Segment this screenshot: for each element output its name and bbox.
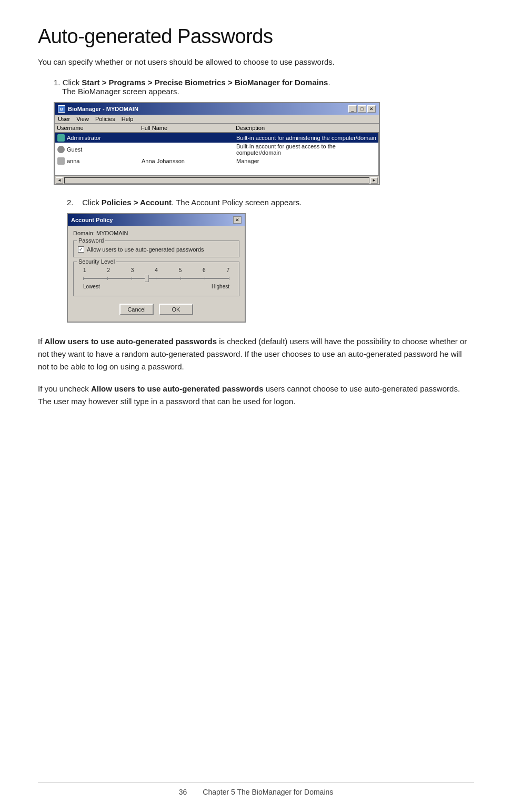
titlebar-left: B BioManager - MYDOMAIN: [58, 105, 138, 113]
slider-num-1: 1: [83, 267, 86, 273]
slider-num-5: 5: [179, 267, 182, 273]
menu-view[interactable]: View: [76, 116, 89, 122]
tick-5: [180, 277, 181, 280]
app-icon: B: [58, 105, 65, 113]
step-1-after: .: [328, 78, 330, 87]
para1-before: If: [38, 337, 45, 346]
slider-num-4: 4: [155, 267, 158, 273]
slider-num-7: 7: [226, 267, 229, 273]
scrollbar-area: ◄ ►: [55, 176, 379, 184]
menubar: User View Policies Help: [55, 115, 379, 124]
step-1-number: 1. Click: [54, 78, 82, 87]
step-2-bold: Policies > Account: [102, 198, 172, 207]
step-1-text: 1. Click Start > Programs > Precise Biom…: [54, 78, 474, 96]
desc-anna: Manager: [236, 158, 376, 164]
step-2-number: 2. Click: [67, 198, 102, 207]
scroll-left-button[interactable]: ◄: [56, 177, 63, 184]
menu-policies[interactable]: Policies: [95, 116, 115, 122]
username-guest: Guest: [67, 146, 82, 153]
window-titlebar: B BioManager - MYDOMAIN _ □ ✕: [55, 103, 379, 115]
password-group-label: Password: [77, 237, 105, 244]
window-title: BioManager - MYDOMAIN: [68, 106, 138, 112]
slider-num-2: 2: [107, 267, 110, 273]
body-para-1: If Allow users to use auto-generated pas…: [38, 335, 474, 373]
admin-icon: [57, 134, 65, 142]
dialog-titlebar: Account Policy ✕: [68, 214, 245, 226]
tick-3: [132, 277, 132, 280]
dialog-buttons: Cancel OK: [73, 300, 239, 317]
page: Auto-generated Passwords You can specify…: [0, 0, 512, 812]
body-para-2: If you uncheck Allow users to use auto-g…: [38, 383, 474, 408]
col-username: Username: [57, 125, 141, 131]
dialog-title: Account Policy: [71, 217, 113, 223]
menu-help[interactable]: Help: [122, 116, 134, 122]
horizontal-scrollbar[interactable]: [64, 177, 369, 184]
fullname-anna: Anna Johansson: [142, 158, 236, 164]
tick-6: [205, 277, 205, 280]
desc-admin: Built-in account for administering the c…: [236, 135, 376, 141]
para2-before: If you uncheck: [38, 384, 91, 393]
step-2-after: . The Account Policy screen appears.: [172, 198, 302, 207]
slider-max-label: Highest: [212, 284, 229, 289]
biomanager-window: B BioManager - MYDOMAIN _ □ ✕ User View …: [54, 102, 380, 185]
dialog-domain: Domain: MYDOMAIN: [73, 230, 239, 236]
security-level-label: Security Level: [77, 258, 116, 265]
maximize-button[interactable]: □: [358, 105, 366, 113]
footer: 36 Chapter 5 The BioManager for Domains: [38, 782, 474, 796]
slider-min-label: Lowest: [83, 284, 100, 289]
security-level-group-box: Security Level 1 2 3 4 5 6 7: [73, 262, 239, 296]
scroll-right-button[interactable]: ►: [370, 177, 378, 184]
slider-area: 1 2 3 4 5 6 7: [78, 265, 235, 292]
username-admin: Administrator: [67, 135, 101, 141]
user-cell: anna: [57, 157, 142, 165]
desc-guest: Built-in account for guest access to the…: [236, 143, 376, 156]
slider-ticks: [83, 277, 229, 280]
ok-button[interactable]: OK: [159, 304, 193, 315]
step-1: 1. Click Start > Programs > Precise Biom…: [54, 78, 474, 185]
col-fullname: Full Name: [141, 125, 236, 131]
slider-numbers: 1 2 3 4 5 6 7: [78, 267, 235, 273]
footer-page-number: 36: [179, 788, 187, 796]
step-2: 2. Click Policies > Account. The Account…: [67, 198, 474, 323]
password-group-box: Password ✓ Allow users to use auto-gener…: [73, 240, 239, 257]
table-row[interactable]: anna Anna Johansson Manager: [55, 156, 378, 166]
account-policy-dialog: Account Policy ✕ Domain: MYDOMAIN Passwo…: [67, 213, 246, 323]
para2-bold: Allow users to use auto-generated passwo…: [91, 384, 264, 393]
slider-num-6: 6: [203, 267, 206, 273]
menu-user[interactable]: User: [58, 116, 70, 122]
step-1-bold: Start > Programs > Precise Biometrics > …: [82, 78, 328, 87]
slider-num-3: 3: [131, 267, 134, 273]
username-anna: anna: [67, 158, 79, 164]
table-row-empty: [55, 166, 378, 175]
dialog-body: Domain: MYDOMAIN Password ✓ Allow users …: [68, 226, 245, 322]
step-1-subtext: The BioManager screen appears.: [62, 87, 179, 96]
checkbox-label: Allow users to use auto-generated passwo…: [87, 246, 204, 253]
col-description: Description: [236, 125, 377, 131]
tick-1: [83, 277, 84, 280]
table-row[interactable]: Guest Built-in account for guest access …: [55, 143, 378, 156]
page-title: Auto-generated Passwords: [38, 25, 474, 48]
footer-chapter-text: Chapter 5 The BioManager for Domains: [203, 788, 333, 796]
dialog-close-button[interactable]: ✕: [233, 216, 242, 224]
table-header: Username Full Name Description: [55, 124, 379, 133]
minimize-button[interactable]: _: [348, 105, 357, 113]
guest-icon: [57, 146, 65, 153]
tick-7: [229, 277, 229, 280]
slider-track[interactable]: [83, 274, 229, 283]
step-2-text: 2. Click Policies > Account. The Account…: [67, 198, 474, 207]
user-cell: Administrator: [57, 134, 142, 142]
cancel-button[interactable]: Cancel: [119, 304, 154, 315]
para1-bold: Allow users to use auto-generated passwo…: [45, 337, 217, 346]
intro-paragraph: You can specify whether or not users sho…: [38, 57, 474, 66]
tick-4: [156, 277, 156, 280]
window-controls: _ □ ✕: [348, 105, 376, 113]
table-body: Administrator Built-in account for admin…: [55, 133, 379, 176]
user-cell: Guest: [57, 146, 142, 153]
autogen-checkbox[interactable]: ✓: [78, 246, 84, 253]
slider-labels: Lowest Highest: [78, 284, 235, 289]
table-row[interactable]: Administrator Built-in account for admin…: [55, 133, 378, 143]
close-button[interactable]: ✕: [367, 105, 376, 113]
tick-2: [107, 277, 108, 280]
checkbox-row: ✓ Allow users to use auto-generated pass…: [78, 246, 235, 253]
slider-thumb[interactable]: [145, 275, 149, 282]
